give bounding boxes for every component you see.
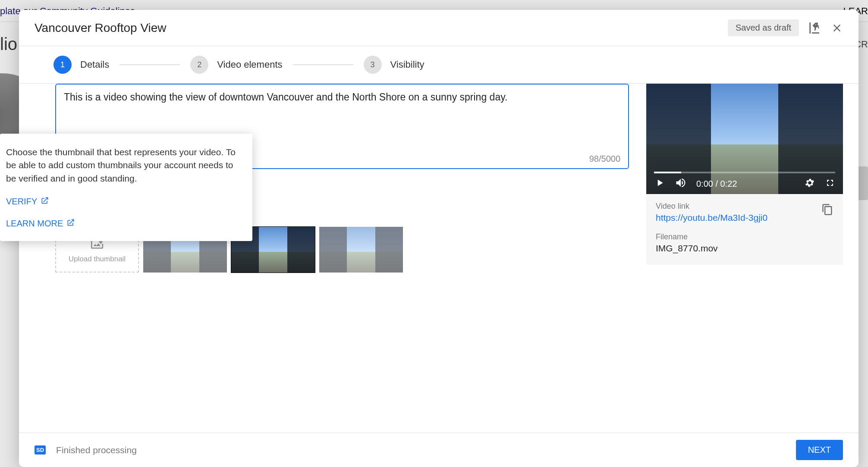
stepper: 1 Details 2 Video elements 3 Visibility [19,46,859,83]
preview-card: 0:00 / 0:22 Video link https://youtu.be/… [646,84,843,265]
tooltip-body: Choose the thumbnail that best represent… [6,146,245,185]
filename-value: IMG_8770.mov [656,243,833,254]
step-details[interactable]: 1 Details [53,56,109,74]
verify-label: VERIFY [6,197,37,207]
modal-header: Vancouver Rooftop View Saved as draft [19,10,859,46]
exit-icon [808,21,822,35]
video-meta: Video link https://youtu.be/Ma3Id-3gji0 … [646,194,843,265]
step-connector [120,64,180,65]
processing-status: Finished processing [56,445,786,455]
preview-column: 0:00 / 0:22 Video link https://youtu.be/… [646,84,843,424]
learn-more-label: LEARN MORE [6,219,63,229]
close-button[interactable] [831,22,843,34]
step-number: 1 [53,56,72,74]
filename-label: Filename [656,232,833,241]
step-number: 2 [190,56,208,74]
thumbnail-tooltip: Choose the thumbnail that best represent… [0,134,252,241]
step-label: Details [80,59,109,70]
save-status-chip: Saved as draft [728,19,799,36]
modal-title: Vancouver Rooftop View [35,21,719,35]
player-time: 0:00 / 0:22 [696,179,737,189]
play-icon[interactable] [654,177,665,190]
description-text: This is a video showing the view of down… [64,90,620,105]
step-visibility[interactable]: 3 Visibility [364,56,425,74]
step-label: Video elements [217,59,282,70]
verify-link[interactable]: VERIFY [6,196,49,207]
volume-icon[interactable] [675,177,687,191]
seek-bar[interactable] [654,172,835,173]
modal-footer: SD Finished processing NEXT [19,433,859,467]
upload-thumbnail-label: Upload thumbnail [69,255,126,263]
settings-icon[interactable] [804,177,815,190]
learn-more-link[interactable]: LEARN MORE [6,218,75,229]
next-button[interactable]: NEXT [796,440,843,460]
video-link[interactable]: https://youtu.be/Ma3Id-3gji0 [656,213,833,223]
copy-icon[interactable] [821,204,833,217]
bg-studio-text: lio [0,34,17,54]
external-link-icon [66,218,75,229]
step-label: Visibility [390,59,425,70]
video-link-label: Video link [656,202,833,211]
video-player[interactable]: 0:00 / 0:22 [646,84,843,194]
step-video-elements[interactable]: 2 Video elements [190,56,282,74]
player-controls: 0:00 / 0:22 [646,177,843,194]
auto-thumbnail-3[interactable] [319,227,403,273]
sd-badge: SD [35,445,46,454]
fullscreen-icon[interactable] [825,178,835,190]
description-counter: 98/5000 [589,154,620,164]
svg-point-0 [815,22,818,25]
external-link-icon [41,196,49,207]
step-number: 3 [364,56,382,74]
step-connector [293,64,353,65]
